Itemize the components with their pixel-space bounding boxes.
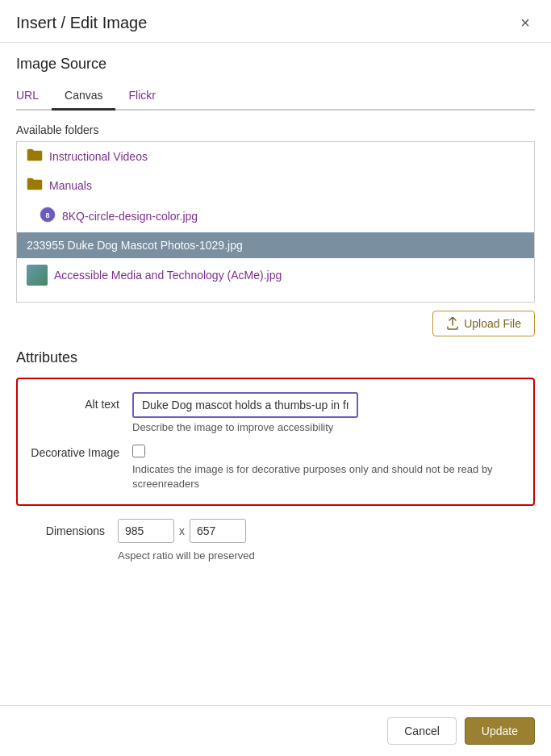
list-item[interactable]: Accessible Media and Technology (AcMe).j…	[17, 258, 534, 292]
alt-text-hint: Describe the image to improve accessibil…	[132, 421, 520, 433]
alt-text-content: Describe the image to improve accessibil…	[132, 392, 520, 433]
upload-area: Upload File	[16, 311, 535, 345]
width-input[interactable]	[118, 519, 174, 543]
decorative-image-row: Decorative Image Indicates the image is …	[31, 445, 520, 491]
close-button[interactable]: ×	[516, 13, 535, 32]
folder-name: Manuals	[49, 179, 92, 192]
tabs-bar: URL Canvas Flickr	[16, 84, 535, 111]
tab-canvas[interactable]: Canvas	[52, 84, 115, 111]
dialog-body: Image Source URL Canvas Flickr Available…	[0, 43, 551, 705]
dimensions-label: Dimensions	[16, 524, 105, 537]
height-input[interactable]	[190, 519, 246, 543]
insert-edit-image-dialog: Insert / Edit Image × Image Source URL C…	[0, 0, 551, 756]
aspect-ratio-hint: Aspect ratio will be preserved	[118, 549, 535, 562]
alt-text-input[interactable]	[132, 392, 358, 418]
tab-flickr[interactable]: Flickr	[115, 84, 168, 111]
dimensions-inputs: x	[118, 519, 246, 543]
decorative-checkbox[interactable]	[132, 445, 145, 457]
folders-list[interactable]: Instructional Videos Manuals	[16, 141, 535, 303]
list-item[interactable]: Instructional Videos	[17, 142, 534, 171]
list-item[interactable]: Manuals	[17, 171, 534, 200]
file-thumbnail	[27, 265, 48, 286]
dialog-footer: Cancel Update	[0, 705, 551, 756]
folders-label: Available folders	[16, 123, 535, 136]
file-name: 233955 Duke Dog Mascot Photos-1029.jpg	[27, 239, 243, 252]
list-item[interactable]: 233955 Duke Dog Mascot Photos-1029.jpg	[17, 232, 534, 258]
dialog-header: Insert / Edit Image ×	[0, 0, 551, 43]
attributes-section: Attributes Alt text Describe the image t…	[16, 349, 535, 562]
attributes-box: Alt text Describe the image to improve a…	[16, 378, 535, 506]
svg-text:8: 8	[45, 211, 49, 219]
image-source-title: Image Source	[16, 56, 535, 73]
cancel-button[interactable]: Cancel	[387, 717, 457, 745]
tab-url[interactable]: URL	[16, 84, 52, 111]
alt-text-row: Alt text Describe the image to improve a…	[31, 392, 520, 433]
dimensions-separator: x	[179, 524, 185, 537]
folder-name: Instructional Videos	[49, 150, 148, 163]
file-name: 8KQ-circle-design-color.jpg	[62, 210, 198, 223]
update-button[interactable]: Update	[465, 717, 535, 745]
dimensions-row: Dimensions x	[16, 519, 535, 543]
image-source-section: Image Source URL Canvas Flickr Available…	[16, 56, 535, 345]
list-item[interactable]: 8 8KQ-circle-design-color.jpg	[17, 200, 534, 232]
file-icon: 8	[40, 207, 56, 226]
decorative-label: Decorative Image	[31, 445, 119, 459]
folder-icon	[27, 178, 43, 194]
decorative-hint: Indicates the image is for decorative pu…	[132, 462, 520, 491]
attributes-title: Attributes	[16, 349, 535, 366]
alt-text-label: Alt text	[31, 392, 119, 411]
decorative-content: Indicates the image is for decorative pu…	[132, 445, 520, 491]
folder-icon	[27, 148, 43, 165]
upload-icon	[446, 317, 459, 330]
dialog-title: Insert / Edit Image	[16, 14, 147, 32]
upload-file-button[interactable]: Upload File	[432, 311, 535, 336]
file-name: Accessible Media and Technology (AcMe).j…	[54, 269, 282, 282]
